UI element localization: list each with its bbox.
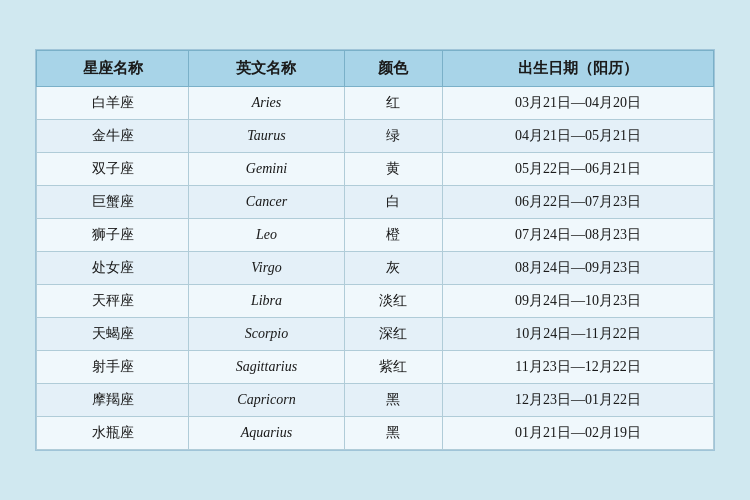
cell-english-name: Virgo	[189, 252, 344, 285]
header-color: 颜色	[344, 51, 443, 87]
cell-english-name: Taurus	[189, 120, 344, 153]
cell-chinese-name: 处女座	[37, 252, 189, 285]
table-row: 处女座Virgo灰08月24日—09月23日	[37, 252, 714, 285]
cell-color: 紫红	[344, 351, 443, 384]
cell-chinese-name: 狮子座	[37, 219, 189, 252]
cell-chinese-name: 水瓶座	[37, 417, 189, 450]
cell-dates: 03月21日—04月20日	[443, 87, 714, 120]
table-row: 摩羯座Capricorn黑12月23日—01月22日	[37, 384, 714, 417]
cell-english-name: Sagittarius	[189, 351, 344, 384]
cell-color: 黑	[344, 384, 443, 417]
cell-color: 灰	[344, 252, 443, 285]
cell-english-name: Leo	[189, 219, 344, 252]
cell-dates: 12月23日—01月22日	[443, 384, 714, 417]
cell-dates: 01月21日—02月19日	[443, 417, 714, 450]
cell-english-name: Capricorn	[189, 384, 344, 417]
cell-color: 淡红	[344, 285, 443, 318]
cell-color: 黄	[344, 153, 443, 186]
cell-color: 深红	[344, 318, 443, 351]
table-header-row: 星座名称 英文名称 颜色 出生日期（阳历）	[37, 51, 714, 87]
cell-dates: 07月24日—08月23日	[443, 219, 714, 252]
cell-chinese-name: 摩羯座	[37, 384, 189, 417]
cell-dates: 04月21日—05月21日	[443, 120, 714, 153]
cell-chinese-name: 射手座	[37, 351, 189, 384]
cell-dates: 05月22日—06月21日	[443, 153, 714, 186]
cell-english-name: Scorpio	[189, 318, 344, 351]
cell-chinese-name: 巨蟹座	[37, 186, 189, 219]
cell-dates: 09月24日—10月23日	[443, 285, 714, 318]
cell-color: 白	[344, 186, 443, 219]
cell-color: 黑	[344, 417, 443, 450]
cell-chinese-name: 双子座	[37, 153, 189, 186]
cell-chinese-name: 白羊座	[37, 87, 189, 120]
cell-chinese-name: 天蝎座	[37, 318, 189, 351]
cell-color: 红	[344, 87, 443, 120]
header-chinese-name: 星座名称	[37, 51, 189, 87]
cell-english-name: Aries	[189, 87, 344, 120]
table-row: 狮子座Leo橙07月24日—08月23日	[37, 219, 714, 252]
cell-color: 橙	[344, 219, 443, 252]
table-row: 双子座Gemini黄05月22日—06月21日	[37, 153, 714, 186]
cell-chinese-name: 金牛座	[37, 120, 189, 153]
header-dates: 出生日期（阳历）	[443, 51, 714, 87]
cell-english-name: Libra	[189, 285, 344, 318]
table-row: 金牛座Taurus绿04月21日—05月21日	[37, 120, 714, 153]
table-row: 巨蟹座Cancer白06月22日—07月23日	[37, 186, 714, 219]
cell-chinese-name: 天秤座	[37, 285, 189, 318]
zodiac-table: 星座名称 英文名称 颜色 出生日期（阳历） 白羊座Aries红03月21日—04…	[36, 50, 714, 450]
cell-english-name: Aquarius	[189, 417, 344, 450]
table-row: 水瓶座Aquarius黑01月21日—02月19日	[37, 417, 714, 450]
table-row: 白羊座Aries红03月21日—04月20日	[37, 87, 714, 120]
cell-english-name: Cancer	[189, 186, 344, 219]
cell-dates: 06月22日—07月23日	[443, 186, 714, 219]
table-row: 天蝎座Scorpio深红10月24日—11月22日	[37, 318, 714, 351]
table-row: 射手座Sagittarius紫红11月23日—12月22日	[37, 351, 714, 384]
table-body: 白羊座Aries红03月21日—04月20日金牛座Taurus绿04月21日—0…	[37, 87, 714, 450]
cell-color: 绿	[344, 120, 443, 153]
zodiac-table-container: 星座名称 英文名称 颜色 出生日期（阳历） 白羊座Aries红03月21日—04…	[35, 49, 715, 451]
cell-dates: 08月24日—09月23日	[443, 252, 714, 285]
header-english-name: 英文名称	[189, 51, 344, 87]
cell-dates: 10月24日—11月22日	[443, 318, 714, 351]
cell-english-name: Gemini	[189, 153, 344, 186]
table-row: 天秤座Libra淡红09月24日—10月23日	[37, 285, 714, 318]
cell-dates: 11月23日—12月22日	[443, 351, 714, 384]
